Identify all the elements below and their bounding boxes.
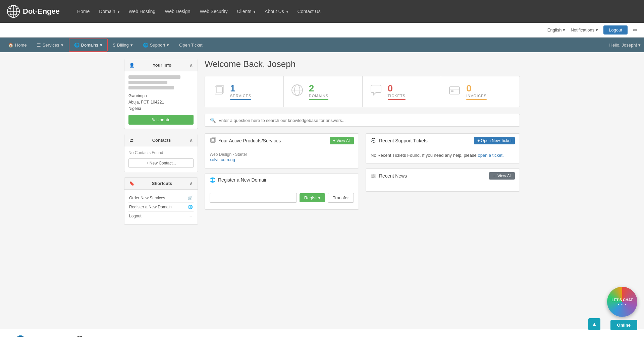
top-navigation: Dot-Engee Home Domain ▾ Web Hosting Web … <box>0 0 644 23</box>
tickets-panel-body: No Recent Tickets Found. If you need any… <box>366 148 520 163</box>
scroll-to-top-button[interactable]: ▲ <box>588 318 600 330</box>
subnav-open-ticket[interactable]: Open Ticket <box>174 39 207 51</box>
shortcuts-section: 🔖 Shortcuts ∧ Order New Services 🛒 Regis… <box>124 177 198 225</box>
online-status-badge[interactable]: Online <box>610 320 637 330</box>
notifications-button[interactable]: Notifications ▾ <box>571 27 598 32</box>
shortcut-order-services[interactable]: Order New Services 🛒 <box>128 194 194 203</box>
invoices-label: INVOICES <box>466 94 487 98</box>
your-info-collapse-icon[interactable]: ∧ <box>190 63 193 68</box>
search-icon: 🔍 <box>210 118 216 123</box>
domain-search-input[interactable] <box>210 193 297 203</box>
your-info-body: Gwarimpa Abuja, FCT, 104221 Nigeria ✎ Up… <box>124 71 198 129</box>
domains-globe-icon: 🌐 <box>74 43 79 48</box>
domain-register-form: Register Transfer <box>210 190 354 205</box>
panel-left: Your Active Products/Services + View All… <box>205 133 359 215</box>
knowledgebase-search-bar: 🔍 <box>205 114 520 127</box>
nav-contactus[interactable]: Contact Us <box>293 6 325 17</box>
nav-home[interactable]: Home <box>73 6 94 17</box>
subnav-domains[interactable]: 🌐 Domains ▾ <box>69 39 108 52</box>
nav-webdesign[interactable]: Web Design <box>161 6 194 17</box>
subnav-services[interactable]: ☰ Services ▾ <box>32 39 68 51</box>
language-selector[interactable]: English ▾ <box>547 27 566 32</box>
contacts-header: 🗂 Contacts ∧ <box>124 134 198 146</box>
tickets-panel: 💬 Recent Support Tickets + Open New Tick… <box>366 133 520 163</box>
user-greeting[interactable]: Hello, Joseph! ▾ <box>609 43 641 48</box>
user-location: Gwarimpa Abuja, FCT, 104221 Nigeria <box>128 93 194 112</box>
user-info-line-2 <box>128 81 167 84</box>
subnav-home[interactable]: 🏠 Home <box>3 39 32 51</box>
support-globe-icon: 🌐 <box>143 43 148 48</box>
panels-row: Your Active Products/Services + View All… <box>205 133 520 215</box>
service-link[interactable]: xolvit.com.ng <box>210 157 235 162</box>
active-products-panel: Your Active Products/Services + View All… <box>205 133 359 168</box>
subnav-billing[interactable]: $ Billing ▾ <box>108 39 138 51</box>
products-view-all-button[interactable]: + View All <box>330 137 354 144</box>
user-info-line-1 <box>128 75 180 79</box>
nav-websecurity[interactable]: Web Security <box>196 6 231 17</box>
update-button[interactable]: ✎ Update <box>128 115 194 125</box>
products-cube-icon <box>210 137 216 144</box>
stat-domains-info: 2 DOMAINS <box>309 83 328 100</box>
domain-dropdown-arrow: ▾ <box>118 10 119 14</box>
stat-invoices-info: 0 INVOICES <box>466 83 487 100</box>
register-button[interactable]: Register <box>300 193 325 202</box>
logout-button[interactable]: Logout <box>603 25 628 35</box>
nav-aboutus[interactable]: About Us ▾ <box>261 6 292 17</box>
logo-text: Dot-Engee <box>23 7 60 16</box>
chat-dots: • • • <box>618 302 627 306</box>
domains-count: 2 <box>309 83 328 94</box>
invoices-card-icon <box>448 83 461 100</box>
open-new-ticket-button[interactable]: + Open New Ticket <box>474 137 515 144</box>
share-icon[interactable]: ⇨ <box>633 27 637 33</box>
your-info-header: 👤 Your Info ∧ <box>124 59 198 71</box>
svg-point-14 <box>16 335 25 337</box>
shortcuts-body: Order New Services 🛒 Register a New Doma… <box>124 190 198 224</box>
tickets-empty-message: No Recent Tickets Found. If you need any… <box>371 152 515 159</box>
open-ticket-link[interactable]: open a ticket. <box>478 153 503 158</box>
register-domain-panel: 🌐 Register a New Domain Register Transfe… <box>205 174 359 210</box>
nav-webhosting[interactable]: Web Hosting <box>125 6 160 17</box>
logo-area[interactable]: Dot-Engee <box>7 5 60 18</box>
register-domain-globe-icon: 🌐 <box>210 177 215 183</box>
footer-carousel: ‹ ||| EVERYDAY ICANN | BC Business Const… <box>0 329 644 337</box>
service-type-label: Web Design - Starter <box>210 152 354 157</box>
billing-dollar-icon: $ <box>113 43 115 48</box>
language-dropdown-arrow: ▾ <box>563 27 565 32</box>
chat-widget: LET'S CHAT • • • <box>607 287 637 317</box>
contacts-collapse-icon[interactable]: ∧ <box>190 138 193 143</box>
stats-row: 1 SERVICES 2 DOMAINS <box>205 76 520 107</box>
tickets-label: TICKETS <box>388 94 406 98</box>
nav-domain[interactable]: Domain ▾ <box>95 6 123 17</box>
no-contacts-text: No Contacts Found <box>128 150 194 155</box>
new-contact-button[interactable]: + New Contact... <box>128 158 194 168</box>
logout-arrow-icon: ← <box>189 214 193 218</box>
stat-domains: 2 DOMAINS <box>284 76 363 107</box>
shortcut-register-domain[interactable]: Register a New Domain 🌐 <box>128 203 194 212</box>
tickets-header-left: 💬 Recent Support Tickets <box>371 138 428 143</box>
invoices-underline <box>466 99 487 100</box>
news-header-left: 📰 Recent News <box>371 173 407 179</box>
lets-chat-button[interactable]: LET'S CHAT • • • <box>607 287 637 317</box>
search-input[interactable] <box>218 118 515 123</box>
subnav-support[interactable]: 🌐 Support ▾ <box>138 39 174 51</box>
shortcut-logout[interactable]: Logout ← <box>128 212 194 220</box>
news-view-all-button[interactable]: → View All <box>489 172 515 180</box>
billing-dropdown-arrow: ▾ <box>130 43 133 48</box>
aboutus-dropdown-arrow: ▾ <box>286 10 288 14</box>
user-icon: 👤 <box>129 63 135 68</box>
tickets-chat-icon <box>369 83 383 100</box>
services-label: SERVICES <box>230 94 251 98</box>
lets-chat-label: LET'S CHAT <box>611 298 633 302</box>
home-icon: 🏠 <box>8 43 13 48</box>
nav-clients[interactable]: Clients ▾ <box>233 6 259 17</box>
sidebar: 👤 Your Info ∧ Gwarimpa Abuja, FCT, 10422… <box>124 59 198 316</box>
products-header-left: Your Active Products/Services <box>210 137 281 144</box>
user-info-redacted <box>128 75 194 89</box>
main-content: Welcome Back, Joseph 1 SERVICES <box>205 59 520 316</box>
products-panel-header: Your Active Products/Services + View All <box>205 134 359 148</box>
contacts-body: No Contacts Found + New Contact... <box>124 146 198 172</box>
news-icon: 📰 <box>371 173 376 179</box>
welcome-title: Welcome Back, Joseph <box>205 59 520 69</box>
shortcuts-collapse-icon[interactable]: ∧ <box>190 181 193 186</box>
transfer-button[interactable]: Transfer <box>328 193 354 203</box>
